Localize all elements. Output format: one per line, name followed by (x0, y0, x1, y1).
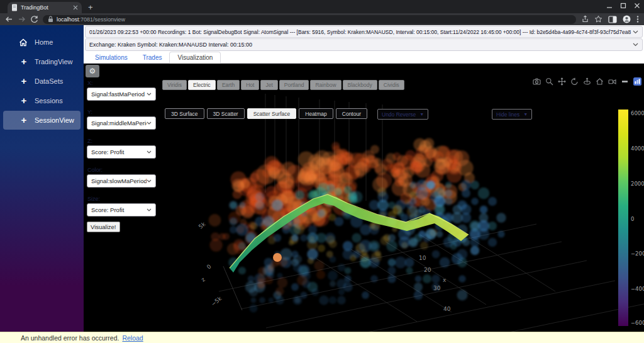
orbit-rotate-icon[interactable] (570, 77, 579, 86)
z-axis-value: Score: Profit (91, 149, 147, 155)
svg-text:10: 10 (419, 255, 426, 261)
tab-close-icon[interactable] (73, 5, 78, 10)
plotly-logo-icon[interactable] (633, 77, 641, 86)
sidebar-item-sessions[interactable]: + Sessions (3, 91, 80, 110)
settings-gear-button[interactable]: ⚙ (86, 65, 99, 77)
plot-type-contour-button[interactable]: Contour (336, 108, 367, 119)
back-icon[interactable] (5, 15, 13, 23)
url-host: localhost (57, 16, 79, 23)
visualize-button[interactable]: Visualize! (87, 222, 120, 232)
zoom-icon[interactable] (545, 77, 553, 86)
plot-type-3d-surface-button[interactable]: 3D Surface (165, 108, 204, 119)
svg-text:20: 20 (424, 267, 431, 273)
colormap-hot-button[interactable]: Hot (241, 80, 259, 90)
plus-icon: + (19, 115, 29, 125)
sidebar-item-datasets[interactable]: + DataSets (3, 72, 80, 91)
browser-tabstrip: TradingBot + (0, 0, 644, 13)
highlighted-point (273, 253, 282, 262)
plot-type-buttons: 3D Surface 3D Scatter Scatter Surface He… (165, 108, 367, 119)
undo-reverse-select[interactable]: Undo Reverse ▼ (377, 109, 428, 120)
tab-title: TradingBot (21, 4, 70, 11)
plot-type-3d-scatter-button[interactable]: 3D Scatter (207, 108, 245, 119)
screen: TradingBot + localhost:7081/sessionview (0, 0, 644, 343)
chevron-down-icon (147, 179, 152, 183)
colormap-jet-button[interactable]: Jet (260, 80, 277, 90)
visualization-panel: 5k 0 −5k z 10 20 30 40 x 6000 (84, 64, 644, 332)
svg-text:z: z (200, 276, 206, 283)
exchange-select[interactable]: Exchange: Kraken Symbol: Kraken:MANAUSD … (85, 38, 643, 51)
colormap-rainbow-button[interactable]: Rainbow (310, 80, 341, 90)
plus-icon: + (19, 76, 29, 86)
side-panel-icon[interactable] (608, 16, 617, 23)
x-axis-label: X: (87, 80, 93, 86)
plot-type-heatmap-button[interactable]: Heatmap (299, 108, 333, 119)
tab-visualization[interactable]: Visualization (169, 52, 221, 64)
colorbar-tick: 0 (631, 216, 634, 222)
browser-tab[interactable]: TradingBot (8, 2, 82, 13)
plus-icon: + (19, 96, 29, 106)
svg-text:30: 30 (433, 285, 441, 291)
y-axis-label: Y: (87, 109, 92, 115)
camera-snapshot-icon[interactable] (533, 77, 541, 86)
colormap-electric-button[interactable]: Electric (188, 80, 216, 90)
reset-camera-last-save-icon[interactable] (608, 77, 616, 86)
session-info-text: 01/26/2023 09:22:53 +00:00 Recordings: 1… (89, 29, 633, 35)
colorbar-tick: 4000 (631, 145, 644, 152)
plus-icon: + (19, 57, 29, 67)
window-maximize-icon[interactable] (620, 3, 626, 9)
hide-lines-label: Hide lines (496, 111, 519, 118)
colormap-earth-button[interactable]: Earth (217, 80, 240, 90)
home-icon (19, 38, 29, 47)
chevron-down-icon (147, 93, 152, 96)
window-close-icon[interactable] (634, 3, 640, 9)
turntable-rotate-icon[interactable] (583, 77, 591, 86)
bookmark-star-icon[interactable] (594, 15, 602, 23)
window-minimize-icon[interactable] (606, 3, 613, 9)
z-axis-select[interactable]: Score: Profit (87, 145, 156, 159)
colorbar-tick: −2000 (631, 250, 644, 257)
colorbar-tick: 6000 (631, 110, 644, 116)
colormap-blackbody-button[interactable]: Blackbody (343, 80, 377, 90)
plot-3d-scene[interactable]: 5k 0 −5k z 10 20 30 40 x (84, 64, 644, 332)
pan-icon[interactable] (558, 77, 566, 86)
color-label: Color: (87, 167, 103, 173)
colorbar-tick: −6000 (631, 320, 644, 326)
hover-closest-icon[interactable] (621, 77, 629, 86)
error-bar: An unhandled error has occurred. Reload (0, 332, 644, 343)
scatter-points (209, 138, 506, 312)
forward-icon[interactable] (18, 15, 26, 23)
tab-trades[interactable]: Trades (135, 52, 170, 63)
profile-avatar-icon[interactable] (623, 15, 631, 23)
error-message: An unhandled error has occurred. (21, 334, 119, 342)
sidebar-item-tradingview[interactable]: + TradingView (3, 52, 80, 71)
tab-simulations[interactable]: Simulations (87, 52, 135, 63)
svg-text:−5k: −5k (210, 295, 223, 307)
reset-camera-home-icon[interactable] (596, 77, 604, 86)
colormap-portland-button[interactable]: Portland (279, 80, 309, 90)
reload-link[interactable]: Reload (122, 334, 143, 342)
colormap-viridis-button[interactable]: Viridis (162, 80, 187, 90)
color-select[interactable]: Signal:slowMaPeriod (87, 174, 156, 188)
plot-type-scatter-surface-button[interactable]: Scatter Surface (247, 108, 297, 119)
lock-icon (48, 16, 53, 23)
colorbar-tick: 2000 (631, 181, 644, 187)
share-icon[interactable] (580, 15, 589, 23)
colorbar (618, 110, 628, 326)
undo-reverse-label: Undo Reverse (382, 111, 416, 118)
menu-dots-icon[interactable] (636, 15, 639, 23)
sidebar-item-sessionview[interactable]: + SessionView (3, 111, 80, 130)
reload-icon[interactable] (30, 15, 38, 23)
url-path: :7081/sessionview (79, 16, 126, 23)
colormap-buttons: Viridis Electric Earth Hot Jet Portland … (162, 80, 404, 90)
y-axis-select[interactable]: Signal:middleMaPeriod (87, 116, 156, 130)
size-select[interactable]: Score: Profit (87, 203, 156, 216)
hide-lines-select[interactable]: Hide lines ▼ (492, 109, 532, 120)
dropdown-arrow-icon: ▼ (523, 112, 528, 116)
session-select[interactable]: 01/26/2023 09:22:53 +00:00 Recordings: 1… (85, 26, 643, 38)
svg-text:5k: 5k (197, 220, 207, 230)
new-tab-button[interactable]: + (88, 3, 93, 12)
sidebar-item-home[interactable]: Home (3, 33, 80, 52)
x-axis-select[interactable]: Signal:fastMaPeriod (87, 87, 156, 101)
address-input[interactable]: localhost:7081/sessionview (43, 15, 576, 24)
colormap-cividis-button[interactable]: Cividis (379, 80, 404, 90)
